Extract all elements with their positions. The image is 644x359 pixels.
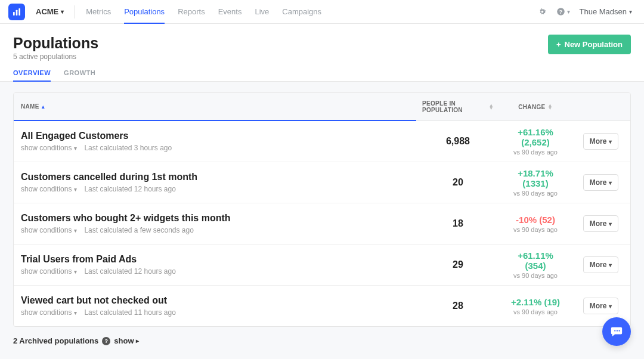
top-nav: ACME ▾ MetricsPopulationsReportsEventsLi… — [0, 0, 644, 24]
change-period: vs 90 days ago — [500, 190, 571, 197]
change-period: vs 90 days ago — [500, 148, 571, 156]
svg-rect-0 — [13, 12, 15, 16]
column-header-people[interactable]: PEOPLE IN POPULATION ▲▼ — [416, 93, 500, 120]
chevron-down-icon: ▾ — [609, 180, 612, 186]
last-calculated: Last calculated 3 hours ago — [84, 144, 172, 152]
chevron-down-icon: ▾ — [61, 8, 64, 15]
table-row: Customers cancelled during 1st month sho… — [14, 162, 630, 203]
show-conditions-button[interactable]: show conditions ▾ — [21, 267, 77, 276]
help-icon[interactable]: ? — [102, 337, 110, 345]
nav-link-populations[interactable]: Populations — [124, 0, 165, 23]
show-conditions-button[interactable]: show conditions ▾ — [21, 308, 77, 317]
plus-icon: + — [556, 40, 561, 49]
workspace-selector[interactable]: ACME ▾ — [36, 7, 64, 16]
svg-point-6 — [617, 330, 618, 332]
chevron-down-icon: ▾ — [609, 262, 612, 268]
chevron-down-icon: ▾ — [629, 8, 632, 15]
top-right: ? ▾ Thue Madsen ▾ — [538, 7, 633, 16]
more-button[interactable]: More ▾ — [583, 256, 619, 273]
population-meta: show conditions ▾ Last calculated 12 hou… — [21, 267, 409, 276]
population-meta: show conditions ▾ Last calculated 3 hour… — [21, 144, 409, 152]
chevron-right-icon: ▸ — [136, 338, 139, 344]
help-button[interactable]: ? ▾ — [556, 7, 570, 16]
cell-change: +61.11%(354) vs 90 days ago — [500, 250, 571, 279]
app-logo[interactable] — [8, 4, 25, 20]
cell-actions: More ▾ — [571, 298, 630, 314]
more-button[interactable]: More ▾ — [583, 298, 619, 314]
archived-footer: 2 Archived populations ? show ▸ — [13, 327, 631, 345]
svg-text:?: ? — [559, 9, 562, 15]
new-population-button[interactable]: + New Population — [548, 35, 631, 54]
nav-link-events[interactable]: Events — [218, 0, 242, 23]
tab-growth[interactable]: GROWTH — [64, 69, 95, 81]
chevron-down-icon: ▾ — [74, 145, 77, 151]
show-conditions-button[interactable]: show conditions ▾ — [21, 185, 77, 193]
cell-actions: More ▾ — [571, 174, 630, 191]
population-name[interactable]: All Engaged Customers — [21, 131, 409, 141]
change-value: +61.11%(354) — [500, 250, 571, 271]
user-menu[interactable]: Thue Madsen ▾ — [580, 7, 633, 16]
column-header-name[interactable]: NAME ▴ — [14, 93, 416, 121]
sort-icon: ▲▼ — [489, 104, 494, 110]
last-calculated: Last calculated 12 hours ago — [84, 185, 175, 193]
chevron-down-icon: ▾ — [74, 268, 77, 275]
column-header-actions — [571, 93, 630, 120]
show-conditions-button[interactable]: show conditions ▾ — [21, 226, 77, 234]
chevron-down-icon: ▾ — [74, 186, 77, 193]
settings-button[interactable] — [538, 7, 547, 16]
nav-link-campaigns[interactable]: Campaigns — [282, 0, 321, 23]
change-value: +18.71%(1331) — [500, 168, 571, 188]
new-button-label: New Population — [565, 40, 623, 49]
cell-name: Customers who bought 2+ widgets this mon… — [14, 203, 416, 244]
population-name[interactable]: Customers who bought 2+ widgets this mon… — [21, 213, 409, 224]
table-row: Trial Users from Paid Ads show condition… — [14, 244, 630, 285]
nav-links: MetricsPopulationsReportsEventsLiveCampa… — [86, 0, 321, 23]
cell-people: 18 — [416, 218, 500, 229]
table-body: All Engaged Customers show conditions ▾ … — [14, 121, 630, 326]
cell-actions: More ▾ — [571, 256, 630, 273]
sort-icon: ▲▼ — [547, 104, 552, 110]
chevron-down-icon: ▾ — [609, 138, 612, 145]
svg-rect-2 — [18, 8, 20, 16]
chat-icon — [610, 325, 623, 338]
cell-actions: More ▾ — [571, 133, 630, 150]
chat-button[interactable] — [602, 317, 631, 346]
cell-change: -10% (52) vs 90 days ago — [500, 215, 571, 233]
page-header: Populations 5 active populations + New P… — [0, 24, 644, 61]
nav-link-reports[interactable]: Reports — [178, 0, 205, 23]
more-button[interactable]: More ▾ — [583, 133, 619, 150]
archived-text: 2 Archived populations — [13, 336, 98, 345]
cell-name: Customers cancelled during 1st month sho… — [14, 162, 416, 203]
table-row: All Engaged Customers show conditions ▾ … — [14, 121, 630, 162]
workspace-name: ACME — [36, 7, 58, 16]
table-row: Customers who bought 2+ widgets this mon… — [14, 203, 630, 244]
svg-point-7 — [618, 330, 620, 332]
archived-show-button[interactable]: show ▸ — [114, 336, 138, 345]
change-period: vs 90 days ago — [500, 272, 571, 279]
population-meta: show conditions ▾ Last calculated a few … — [21, 226, 409, 234]
nav-link-live[interactable]: Live — [255, 0, 269, 23]
show-conditions-button[interactable]: show conditions ▾ — [21, 144, 77, 152]
population-name[interactable]: Customers cancelled during 1st month — [21, 172, 409, 182]
content: NAME ▴ PEOPLE IN POPULATION ▲▼ CHANGE ▲▼… — [0, 82, 644, 359]
table-header: NAME ▴ PEOPLE IN POPULATION ▲▼ CHANGE ▲▼ — [14, 93, 630, 121]
sort-asc-icon: ▴ — [42, 104, 45, 110]
nav-link-metrics[interactable]: Metrics — [86, 0, 111, 23]
population-meta: show conditions ▾ Last calculated 12 hou… — [21, 185, 409, 193]
more-button[interactable]: More ▾ — [583, 174, 619, 191]
last-calculated: Last calculated 12 hours ago — [84, 267, 175, 276]
cell-name: Viewed cart but not checked out show con… — [14, 286, 416, 326]
cell-name: Trial Users from Paid Ads show condition… — [14, 245, 416, 285]
cell-actions: More ▾ — [571, 215, 630, 232]
change-value: +61.16%(2,652) — [500, 127, 571, 147]
page-title: Populations — [13, 35, 98, 52]
population-name[interactable]: Viewed cart but not checked out — [21, 295, 409, 306]
cell-people: 20 — [416, 177, 500, 188]
column-header-change[interactable]: CHANGE ▲▼ — [500, 93, 571, 120]
tab-overview[interactable]: OVERVIEW — [13, 69, 51, 81]
more-button[interactable]: More ▾ — [583, 215, 619, 232]
population-name[interactable]: Trial Users from Paid Ads — [21, 254, 409, 265]
chevron-down-icon: ▾ — [567, 8, 570, 15]
change-period: vs 90 days ago — [500, 226, 571, 233]
cell-people: 28 — [416, 301, 500, 311]
